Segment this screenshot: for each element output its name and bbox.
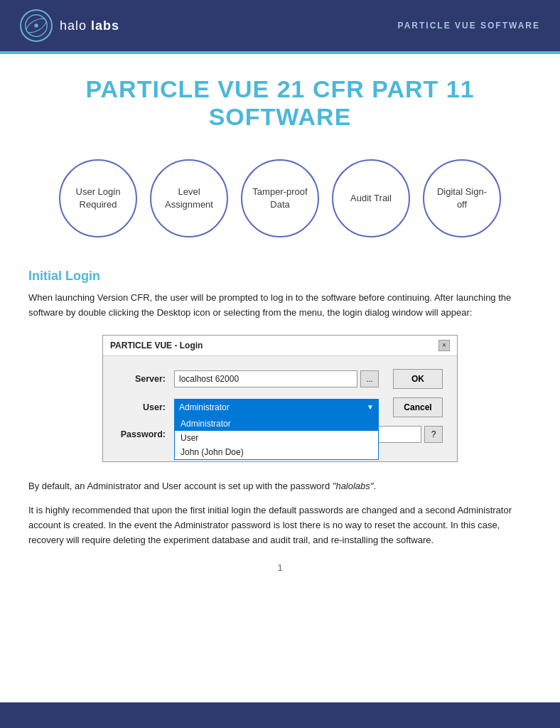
login-dialog: PARTICLE VUE - Login × Server: localhost…: [102, 335, 458, 462]
intro-paragraph: When launching Version CFR, the user wil…: [28, 291, 532, 321]
dialog-body: Server: localhost 62000 ... OK User: Adm…: [103, 356, 457, 461]
feature-circle-level-assignment: Level Assignment: [150, 159, 228, 237]
header-product-name: PARTICLE VUE SOFTWARE: [398, 21, 540, 31]
question-button[interactable]: ?: [424, 426, 443, 443]
section-heading-initial-login: Initial Login: [28, 269, 532, 284]
dropdown-item-administrator[interactable]: Administrator: [175, 417, 378, 431]
password-label: Password:: [117, 429, 174, 439]
selected-user-text: Administrator: [179, 402, 230, 412]
page-number-area: 1: [28, 562, 532, 573]
dialog-close-button[interactable]: ×: [438, 340, 450, 351]
dropdown-arrow-icon: ▼: [367, 403, 374, 411]
dialog-title-bar: PARTICLE VUE - Login ×: [103, 336, 457, 356]
feature-label-user-login: User Login Required: [69, 186, 127, 211]
ellipsis-button[interactable]: ...: [360, 370, 379, 387]
page-header: halo labs PARTICLE VUE SOFTWARE: [0, 0, 560, 51]
dialog-server-row: Server: localhost 62000 ... OK: [117, 369, 443, 389]
body-paragraph-1: By default, an Administrator and User ac…: [28, 479, 532, 494]
dropdown-item-user[interactable]: User: [175, 431, 378, 445]
dialog-user-row: User: Administrator ▼ Administrator User…: [117, 397, 443, 417]
feature-label-digital-signoff: Digital Sign-off: [433, 186, 491, 211]
body-paragraph-2: It is highly recommended that upon the f…: [28, 503, 532, 547]
page-title: PARTICLE VUE 21 CFR PART 11 SOFTWARE: [28, 75, 532, 131]
ok-cancel-buttons: OK: [386, 369, 443, 389]
page-number: 1: [277, 562, 282, 573]
feature-circle-tamper-proof: Tamper-proof Data: [241, 159, 319, 237]
feature-circle-audit-trail: Audit Trail: [332, 159, 410, 237]
server-label: Server:: [117, 374, 174, 384]
dropdown-selected-item[interactable]: Administrator ▼: [174, 399, 379, 416]
dialog-title-text: PARTICLE VUE - Login: [110, 341, 203, 350]
feature-label-tamper-proof: Tamper-proof Data: [251, 186, 309, 211]
feature-circles: User Login Required Level Assignment Tam…: [28, 159, 532, 237]
feature-circle-digital-signoff: Digital Sign-off: [423, 159, 501, 237]
ok-button[interactable]: OK: [393, 369, 443, 389]
cancel-button[interactable]: Cancel: [393, 397, 443, 417]
svg-point-2: [34, 23, 38, 27]
user-dropdown[interactable]: Administrator ▼ Administrator User John …: [174, 399, 379, 416]
server-value: localhost 62000: [179, 374, 239, 384]
server-input[interactable]: localhost 62000: [174, 370, 357, 387]
main-content: PARTICLE VUE 21 CFR PART 11 SOFTWARE Use…: [0, 54, 560, 621]
user-label: User:: [117, 402, 174, 412]
dropdown-list: Administrator User John (John Doe): [174, 416, 379, 460]
dialog-wrapper: PARTICLE VUE - Login × Server: localhost…: [28, 335, 532, 462]
dropdown-item-john[interactable]: John (John Doe): [175, 445, 378, 459]
logo-circle: [20, 9, 53, 42]
page-footer: [0, 702, 560, 728]
logo-area: halo labs: [20, 9, 119, 42]
logo-text: halo labs: [60, 18, 119, 33]
feature-circle-user-login: User Login Required: [59, 159, 137, 237]
feature-label-level-assignment: Level Assignment: [160, 186, 218, 211]
feature-label-audit-trail: Audit Trail: [350, 192, 392, 205]
cancel-button-wrapper: Cancel: [386, 397, 443, 417]
